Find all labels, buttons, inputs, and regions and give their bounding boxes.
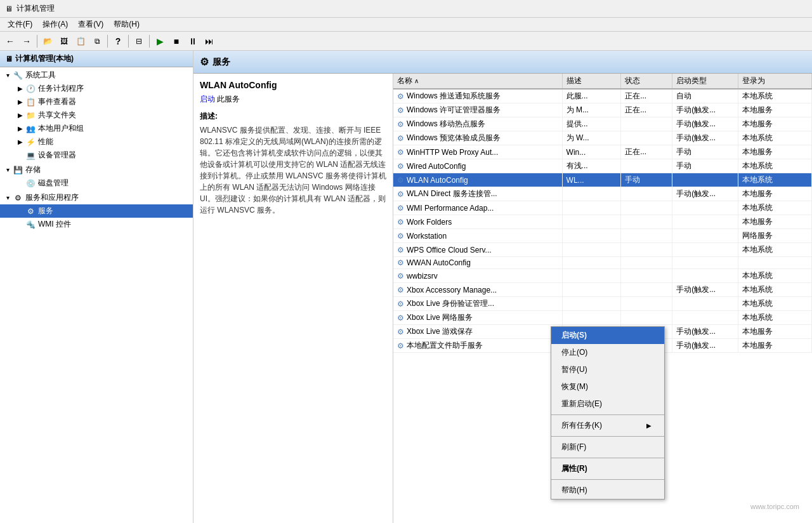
menu-item-帮助(H)[interactable]: 帮助(H) xyxy=(108,18,145,31)
context-menu-item-start[interactable]: 启动(S) xyxy=(551,327,664,344)
table-row[interactable]: ⚙ Windows 移动热点服务提供...手动(触发...本地服务 xyxy=(393,117,812,131)
cell-startup xyxy=(672,269,738,283)
table-row[interactable]: ⚙ WWAN AutoConfig xyxy=(393,257,812,269)
computer-icon: 🖥 xyxy=(5,55,13,63)
table-row[interactable]: ⚙ WPS Office Cloud Serv...本地系统 xyxy=(393,243,812,257)
toggle-task-scheduler[interactable]: ▶ xyxy=(15,85,25,92)
table-row[interactable]: ⚙ WMI Performance Adap...本地系统 xyxy=(393,201,812,215)
cell-login: 本地服务 xyxy=(738,117,812,131)
toggle-local-users[interactable]: ▶ xyxy=(15,125,25,132)
toggle-services-apps[interactable]: ▾ xyxy=(3,194,13,201)
cell-startup: 手动 xyxy=(672,145,738,159)
tree-item-storage[interactable]: ▾ 💾 存储 xyxy=(0,163,193,176)
cell-startup: 自动 xyxy=(672,89,738,103)
tree-item-shared-folders[interactable]: ▶ 📁 共享文件夹 xyxy=(0,109,193,122)
copy2-button[interactable]: ⧉ xyxy=(89,34,105,49)
table-row[interactable]: ⚙ Workstation网络服务 xyxy=(393,229,812,243)
context-menu-item-help[interactable]: 帮助(H) xyxy=(551,482,664,499)
view-button[interactable]: 🖼 xyxy=(56,34,72,49)
expand-button[interactable]: ⊟ xyxy=(131,34,147,49)
skip-button[interactable]: ⏭ xyxy=(202,34,217,49)
col-login[interactable]: 登录为 xyxy=(738,74,812,89)
back-button[interactable]: ← xyxy=(3,34,18,49)
tree-item-performance[interactable]: ▶ ⚡ 性能 xyxy=(0,135,193,149)
table-row[interactable]: ⚙ WLAN Direct 服务连接管...手动(触发...本地服务 xyxy=(393,187,812,201)
desc-service-title: WLAN AutoConfig xyxy=(200,80,386,90)
tree-item-disk-management[interactable]: 💿 磁盘管理 xyxy=(0,176,193,190)
cell-status xyxy=(621,269,672,283)
tree-item-services-apps[interactable]: ▾ ⚙ 服务和应用程序 xyxy=(0,191,193,204)
context-menu-item-properties[interactable]: 属性(R) xyxy=(551,460,664,477)
table-row[interactable]: ⚙ Windows 许可证管理器服务为 M...正在...手动(触发...本地服… xyxy=(393,103,812,117)
tree-item-system-tools[interactable]: ▾ 🔧 系统工具 xyxy=(0,69,193,82)
table-row[interactable]: ⚙ Xbox Live 身份验证管理...本地系统 xyxy=(393,297,812,311)
col-startup[interactable]: 启动类型 xyxy=(672,74,738,89)
context-menu-item-resume[interactable]: 恢复(M) xyxy=(551,378,664,395)
toggle-performance[interactable]: ▶ xyxy=(15,138,25,145)
title-icon: 🖥 xyxy=(5,4,13,13)
services-apps-icon: ⚙ xyxy=(13,193,23,203)
cell-startup: 手动(触发... xyxy=(672,325,738,339)
cell-name: ⚙ Windows 移动热点服务 xyxy=(393,117,562,131)
forward-button[interactable]: → xyxy=(19,34,34,49)
context-menu-item-stop[interactable]: 停止(O) xyxy=(551,344,664,361)
col-status[interactable]: 状态 xyxy=(621,74,672,89)
tree-item-device-manager[interactable]: 💻 设备管理器 xyxy=(0,149,193,162)
services-tbody: ⚙ Windows 推送通知系统服务此服...正在...自动本地系统⚙ Wind… xyxy=(393,89,812,353)
col-desc[interactable]: 描述 xyxy=(562,74,621,89)
context-menu-item-restart[interactable]: 重新启动(E) xyxy=(551,395,664,413)
cell-name: ⚙ WWAN AutoConfig xyxy=(393,257,562,269)
menu-item-查看(V)[interactable]: 查看(V) xyxy=(73,18,108,31)
context-menu-item-refresh[interactable]: 刷新(F) xyxy=(551,439,664,456)
context-menu-item-label: 停止(O) xyxy=(561,347,587,358)
shared-folders-icon: 📁 xyxy=(25,110,36,121)
storage-icon: 💾 xyxy=(13,165,23,175)
toolbar: ← → 📂 🖼 📋 ⧉ ? ⊟ ▶ ■ ⏸ ⏭ xyxy=(0,32,812,51)
table-row[interactable]: ⚙ Windows 预览体验成员服务为 W...手动(触发...本地系统 xyxy=(393,131,812,145)
help-button[interactable]: ? xyxy=(110,34,126,49)
table-row[interactable]: ⚙ wwbizsrv本地系统 xyxy=(393,269,812,283)
table-row[interactable]: ⚙ Windows 推送通知系统服务此服...正在...自动本地系统 xyxy=(393,89,812,103)
table-row[interactable]: ⚙ Xbox Live 网络服务本地系统 xyxy=(393,311,812,325)
tree-item-services[interactable]: ⚙ 服务 xyxy=(0,204,193,218)
toggle-shared-folders[interactable]: ▶ xyxy=(15,112,25,119)
context-menu-item-all-tasks[interactable]: 所有任务(K)▶ xyxy=(551,417,664,434)
cell-startup: 手动(触发... xyxy=(672,117,738,131)
cell-name: ⚙ WLAN AutoConfig xyxy=(393,173,562,187)
table-row[interactable]: ⚙ Wired AutoConfig有浅...手动本地系统 xyxy=(393,159,812,173)
menu-item-操作(A)[interactable]: 操作(A) xyxy=(37,18,73,31)
disk-label: 磁盘管理 xyxy=(38,178,69,189)
cell-desc: 为 M... xyxy=(562,103,621,117)
copy-button[interactable]: 📋 xyxy=(73,34,88,49)
toggle-system-tools[interactable]: ▾ xyxy=(3,72,13,79)
title-text: 计算机管理 xyxy=(16,3,55,14)
tree-item-task-scheduler[interactable]: ▶ 🕐 任务计划程序 xyxy=(0,82,193,95)
toggle-storage[interactable]: ▾ xyxy=(3,166,13,173)
table-row[interactable]: ⚙ WinHTTP Web Proxy Aut...Win...正在...手动本… xyxy=(393,145,812,159)
cell-name: ⚙ Xbox Accessory Manage... xyxy=(393,283,562,297)
desc-start-link-container: 启动 此服务 xyxy=(200,94,386,105)
desc-panel: WLAN AutoConfig 启动 此服务 描述: WLANSVC 服务提供配… xyxy=(193,74,393,523)
col-name[interactable]: 名称 ∧ xyxy=(393,74,562,89)
context-menu-separator xyxy=(551,458,664,458)
tree-item-event-viewer[interactable]: ▶ 📋 事件查看器 xyxy=(0,95,193,109)
play-button[interactable]: ▶ xyxy=(152,34,167,49)
folder-open-button[interactable]: 📂 xyxy=(40,34,55,49)
tree-item-wmi[interactable]: 🔩 WMI 控件 xyxy=(0,218,193,231)
menu-item-文件(F)[interactable]: 文件(F) xyxy=(3,18,37,31)
cell-name: ⚙ WinHTTP Web Proxy Aut... xyxy=(393,145,562,159)
table-row[interactable]: ⚙ Work Folders本地服务 xyxy=(393,215,812,229)
context-menu-item-pause[interactable]: 暂停(U) xyxy=(551,361,664,378)
desc-start-link[interactable]: 启动 xyxy=(200,95,215,103)
toggle-event-viewer[interactable]: ▶ xyxy=(15,98,25,105)
table-row[interactable]: ⚙ Xbox Accessory Manage...手动(触发...本地系统 xyxy=(393,283,812,297)
cell-login: 本地服务 xyxy=(738,103,812,117)
table-row[interactable]: ⚙ WLAN AutoConfigWL...手动本地系统 xyxy=(393,173,812,187)
pause-button[interactable]: ⏸ xyxy=(185,34,200,49)
cell-login: 本地服务 xyxy=(738,325,812,339)
tree-item-local-users[interactable]: ▶ 👥 本地用户和组 xyxy=(0,122,193,135)
cell-startup xyxy=(672,173,738,187)
cell-name: ⚙ Windows 许可证管理器服务 xyxy=(393,103,562,117)
main-layout: 🖥 计算机管理(本地) ▾ 🔧 系统工具 ▶ 🕐 任务计划程序 ▶ 📋 事件查看… xyxy=(0,51,812,523)
stop-button[interactable]: ■ xyxy=(169,34,184,49)
